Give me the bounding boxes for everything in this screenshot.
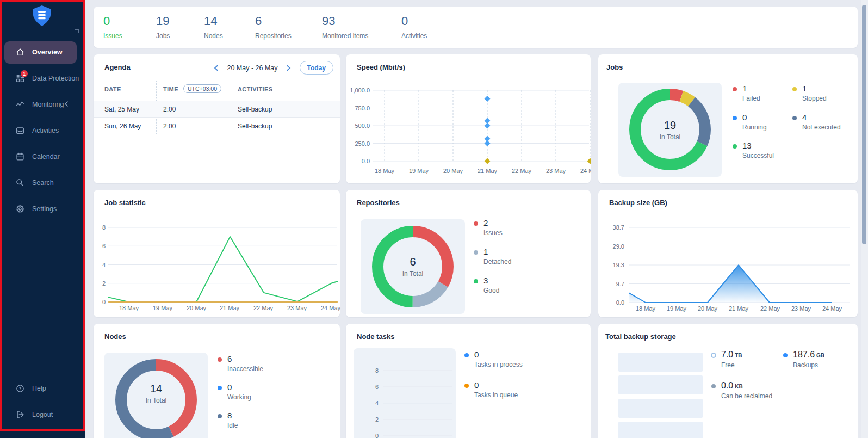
chevron-left-icon[interactable] bbox=[64, 101, 69, 109]
svg-text:21 May: 21 May bbox=[220, 305, 240, 311]
agenda-activity: Self-backup bbox=[238, 122, 272, 130]
agenda-date: Sat, 25 May bbox=[104, 106, 139, 113]
today-button[interactable]: Today bbox=[300, 61, 333, 75]
svg-text:0: 0 bbox=[375, 433, 379, 438]
sidebar-item-overview[interactable]: Overview bbox=[0, 39, 85, 65]
jobs-card: Jobs 19 In Total 1Failed 0Running 13Succ… bbox=[598, 54, 858, 183]
legend-dot bbox=[733, 144, 737, 149]
svg-text:0.0: 0.0 bbox=[362, 158, 370, 164]
donut-panel: 19 In Total bbox=[618, 83, 722, 177]
svg-text:20 May: 20 May bbox=[187, 305, 207, 311]
header-divider bbox=[94, 98, 340, 98]
legend-dot bbox=[218, 357, 222, 362]
gear-icon bbox=[15, 204, 25, 214]
storage-block bbox=[618, 422, 703, 438]
next-week-chevron-icon[interactable] bbox=[285, 64, 293, 72]
stat-label: Issues bbox=[103, 32, 122, 40]
stat-activities[interactable]: 0 Activities bbox=[401, 14, 427, 40]
agenda-card: Agenda 20 May - 26 May Today DATE TIME U… bbox=[94, 54, 340, 183]
sidebar-item-data-protection[interactable]: 1 Data Protection bbox=[0, 65, 85, 91]
svg-text:0: 0 bbox=[102, 299, 106, 305]
svg-text:8: 8 bbox=[375, 367, 379, 374]
sidebar-item-logout[interactable]: Logout bbox=[0, 402, 85, 428]
stat-repositories[interactable]: 6 Repositories bbox=[255, 14, 292, 40]
card-title: Total backup storage bbox=[605, 332, 676, 341]
legend-dot bbox=[218, 414, 222, 418]
repositories-card: Repositories 6 In Total 2Issues 1Detache… bbox=[346, 190, 591, 317]
donut-panel: 6 In Total bbox=[361, 219, 465, 314]
legend-item: 3Good bbox=[474, 276, 499, 294]
legend-item: 1Stopped bbox=[792, 84, 827, 102]
date-range-label[interactable]: 20 May - 26 May bbox=[227, 64, 277, 72]
sidebar-item-settings[interactable]: Settings bbox=[0, 196, 85, 222]
summary-stats-bar: 0 Issues 19 Jobs 14 Nodes 6 Repositories… bbox=[94, 7, 858, 48]
stat-nodes[interactable]: 14 Nodes bbox=[204, 14, 223, 40]
stat-monitored-items[interactable]: 93 Monitored items bbox=[322, 14, 368, 40]
stat-value: 0 bbox=[401, 14, 427, 28]
legend-item: 0Tasks in queue bbox=[464, 380, 518, 399]
utc-offset-badge: UTC+03:00 bbox=[183, 84, 221, 93]
stat-label: Nodes bbox=[204, 32, 223, 40]
stat-label: Activities bbox=[401, 32, 427, 40]
job-statistic-line-chart: 0246818 May19 May20 May21 May22 May23 Ma… bbox=[94, 190, 340, 317]
legend-item: 6Inaccessible bbox=[218, 354, 263, 373]
mini-chart-panel: 02468 bbox=[354, 348, 456, 438]
legend-item: 0.0KB Can be reclaimed bbox=[711, 381, 772, 400]
agenda-row[interactable]: Sat, 25 May 2:00 Self-backup bbox=[94, 101, 340, 118]
stat-issues[interactable]: 0 Issues bbox=[103, 14, 122, 40]
legend-dot bbox=[218, 386, 222, 390]
app-logo-shield-icon bbox=[31, 4, 53, 28]
svg-text:20 May: 20 May bbox=[443, 168, 463, 174]
legend-dot bbox=[711, 384, 716, 388]
scrollbar-thumb[interactable] bbox=[862, 5, 866, 244]
sidebar-item-monitoring[interactable]: Monitoring bbox=[0, 91, 85, 118]
search-icon bbox=[15, 178, 25, 188]
svg-text:23 May: 23 May bbox=[287, 305, 307, 311]
svg-text:250.0: 250.0 bbox=[355, 140, 370, 147]
data-protection-alert-badge: 1 bbox=[21, 70, 28, 77]
svg-text:29.0: 29.0 bbox=[613, 243, 624, 250]
svg-text:6: 6 bbox=[375, 384, 379, 390]
speed-scatter-chart: 0.0250.0500.0750.01,000.018 May19 May20 … bbox=[346, 54, 591, 183]
column-header-activities: ACTIVITIES bbox=[238, 86, 273, 92]
card-title: Nodes bbox=[104, 332, 126, 341]
sidebar-item-help[interactable]: ? Help bbox=[0, 375, 85, 402]
app-root: Overview 1 Data Protection Monitoring Ac… bbox=[0, 0, 868, 438]
legend-dot bbox=[464, 353, 469, 357]
svg-text:2: 2 bbox=[375, 416, 379, 423]
sidebar-item-label: Settings bbox=[32, 205, 57, 213]
legend-item: 0Tasks in process bbox=[464, 350, 523, 368]
help-question-icon: ? bbox=[15, 384, 25, 393]
sidebar-item-label: Activities bbox=[32, 127, 59, 134]
sidebar-item-calendar[interactable]: Calendar bbox=[0, 144, 85, 170]
card-title: Agenda bbox=[104, 63, 131, 71]
node-tasks-card: Node tasks 02468 0Tasks in process 0Task… bbox=[346, 324, 591, 438]
svg-text:22 May: 22 May bbox=[760, 305, 780, 312]
sidebar-item-activities[interactable]: Activities bbox=[0, 118, 85, 144]
stat-value: 0 bbox=[103, 14, 122, 28]
prev-week-chevron-icon[interactable] bbox=[212, 64, 220, 72]
donut-panel: 14 In Total bbox=[104, 353, 208, 438]
stat-jobs[interactable]: 19 Jobs bbox=[156, 14, 170, 40]
svg-text:20 May: 20 May bbox=[698, 305, 718, 312]
legend-dot bbox=[792, 116, 797, 120]
sidebar-item-search[interactable]: Search bbox=[0, 170, 85, 196]
agenda-row[interactable]: Sun, 26 May 2:00 Self-backup bbox=[94, 118, 340, 134]
svg-text:24 May: 24 May bbox=[321, 305, 340, 311]
main-content: 0 Issues 19 Jobs 14 Nodes 6 Repositories… bbox=[85, 0, 868, 438]
logout-icon bbox=[15, 410, 25, 420]
sidebar-item-label: Overview bbox=[32, 48, 63, 56]
legend-item: 8Idle bbox=[218, 411, 238, 429]
card-title: Jobs bbox=[606, 63, 623, 71]
legend-dot bbox=[474, 250, 478, 255]
svg-text:4: 4 bbox=[375, 400, 379, 406]
total-backup-storage-card: Total backup storage 7.0TB Free 0.0KB Ca… bbox=[598, 324, 858, 438]
job-statistic-card: Job statistic 0246818 May19 May20 May21 … bbox=[94, 190, 340, 317]
svg-text:4: 4 bbox=[102, 262, 106, 268]
svg-text:24 May: 24 May bbox=[580, 168, 591, 174]
agenda-time: 2:00 bbox=[163, 106, 176, 113]
data-protection-grid-icon: 1 bbox=[15, 73, 25, 83]
sidebar-resize-corner-icon[interactable] bbox=[75, 29, 79, 33]
svg-text:24 May: 24 May bbox=[822, 305, 842, 312]
legend-dot bbox=[783, 353, 788, 357]
